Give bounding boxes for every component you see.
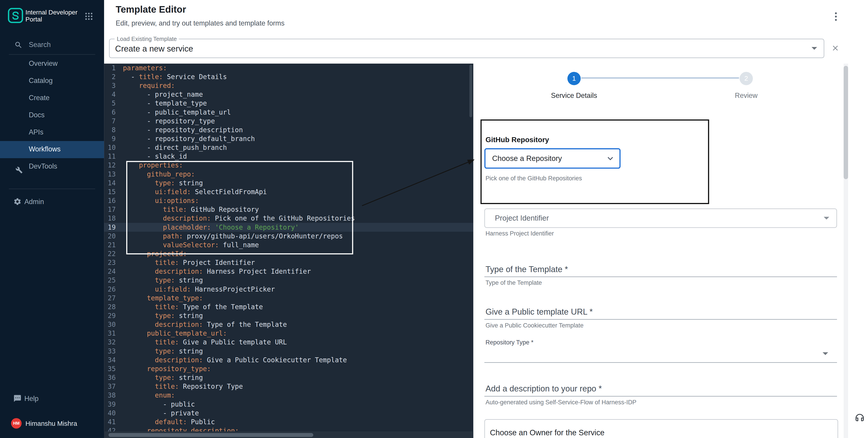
project-identifier-select[interactable]: Project Identifier <box>485 209 837 228</box>
chevron-down-icon <box>606 154 615 165</box>
code-line[interactable]: 4 - project_name <box>104 90 473 99</box>
code-line[interactable]: 37 title: Repository Type <box>104 382 473 391</box>
page-scrollbar-thumb[interactable] <box>844 66 848 179</box>
input-underline <box>485 277 837 277</box>
code-line[interactable]: 5 - template_type <box>104 99 473 108</box>
code-editor[interactable]: 1parameters:2 - title: Service Details3 … <box>104 64 473 438</box>
sidebar-item-create[interactable]: Create <box>0 90 104 107</box>
code-line[interactable]: 25 type: string <box>104 276 473 285</box>
code-line[interactable]: 24 description: Harness Project Identifi… <box>104 267 473 276</box>
line-number: 30 <box>104 320 116 329</box>
line-number: 36 <box>104 373 116 382</box>
template-type-input[interactable]: Type of the Template * <box>485 262 837 277</box>
apps-grid-icon[interactable] <box>85 12 93 23</box>
step-1-label: Service Details <box>538 92 610 99</box>
code-line[interactable]: 41 default: Public <box>104 417 473 426</box>
editor-horizontal-scrollbar[interactable] <box>104 432 473 438</box>
code-line[interactable]: 7 - repository_type <box>104 116 473 126</box>
clear-template-button[interactable] <box>831 44 840 55</box>
line-number: 13 <box>104 170 116 178</box>
code-line[interactable]: 21 valueSelector: full_name <box>104 240 473 249</box>
sidebar-item-apis[interactable]: APIs <box>0 124 104 141</box>
code-line[interactable]: 17 title: GitHub Repository <box>104 205 473 214</box>
repo-description-input[interactable]: Add a description to your repo * <box>485 381 837 396</box>
public-template-url-input[interactable]: Give a Public template URL * <box>485 305 837 319</box>
code-line[interactable]: 10 - direct_push_branch <box>104 143 473 152</box>
code-line[interactable]: 39 - public <box>104 400 473 409</box>
line-number: 38 <box>104 391 116 400</box>
repository-type-select[interactable]: Repository Type * <box>485 337 837 363</box>
sidebar-item-label: Create <box>29 94 50 102</box>
code-line[interactable]: 33 type: string <box>104 347 473 356</box>
code-line[interactable]: 29 type: string <box>104 311 473 320</box>
code-line[interactable]: 30 description: Type of the Template <box>104 320 473 329</box>
code-line[interactable]: 8 - repositoty_description <box>104 126 473 134</box>
line-number: 22 <box>104 249 116 258</box>
input-underline <box>485 319 837 319</box>
line-number: 3 <box>104 81 116 90</box>
code-line[interactable]: 31 public_template_url: <box>104 329 473 338</box>
step-2-label: Review <box>727 92 766 99</box>
code-line[interactable]: 19 placeholder: 'Choose a Repository' <box>104 223 473 232</box>
load-template-select[interactable]: Load Existing Template Create a new serv… <box>109 39 824 58</box>
line-number: 12 <box>104 161 116 170</box>
code-line[interactable]: 3 required: <box>104 81 473 90</box>
code-line[interactable]: 6 - public_template_url <box>104 108 473 116</box>
github-repo-select[interactable]: Choose a Repository <box>485 148 621 169</box>
line-number: 20 <box>104 232 116 240</box>
editor-vertical-scrollbar[interactable] <box>469 65 472 117</box>
code-line[interactable]: 23 title: Project Identifier <box>104 258 473 267</box>
code-line[interactable]: 26 ui:field: HarnessProjectPicker <box>104 285 473 294</box>
kebab-menu-button[interactable] <box>831 11 840 24</box>
sidebar-item-admin[interactable]: Admin <box>0 194 104 210</box>
project-identifier-helper: Harness Project Identifier <box>486 230 554 237</box>
code-line[interactable]: 27 template_type: <box>104 294 473 302</box>
code-line[interactable]: 11 - slack_id <box>104 152 473 161</box>
code-line[interactable]: 1parameters: <box>104 64 473 72</box>
code-line[interactable]: 34 description: Give a Public Cookiecutt… <box>104 356 473 364</box>
code-line[interactable]: 15 ui:field: SelectFieldFromApi <box>104 188 473 196</box>
code-line[interactable]: 9 - repository_default_branch <box>104 134 473 143</box>
harness-idp-logo-icon <box>8 8 23 25</box>
line-number: 11 <box>104 152 116 161</box>
sidebar-item-workflows[interactable]: Workflows <box>0 141 104 158</box>
code-line[interactable]: 38 enum: <box>104 391 473 400</box>
line-number: 6 <box>104 108 116 116</box>
page-scrollbar[interactable] <box>844 64 848 438</box>
dropdown-caret-icon <box>811 47 817 50</box>
code-line[interactable]: 28 title: Type of the Template <box>104 303 473 311</box>
code-line[interactable]: 16 ui:options: <box>104 196 473 205</box>
github-repo-select-value: Choose a Repository <box>492 149 562 168</box>
code-line[interactable]: 40 - private <box>104 409 473 417</box>
code-line[interactable]: 12 properties: <box>104 161 473 170</box>
support-headset-icon[interactable] <box>854 412 865 425</box>
sidebar-item-devtools[interactable]: DevTools <box>0 158 104 175</box>
sidebar-user[interactable]: HM Himanshu Mishra <box>0 415 104 432</box>
line-number: 33 <box>104 347 116 356</box>
sidebar-item-docs[interactable]: Docs <box>0 107 104 124</box>
sidebar-item-help[interactable]: Help <box>0 391 104 407</box>
code-line[interactable]: 35 repository_type: <box>104 365 473 373</box>
editor-hscroll-thumb[interactable] <box>108 433 313 437</box>
code-line[interactable]: 2 - title: Service Details <box>104 72 473 81</box>
close-icon <box>831 44 840 53</box>
code-line[interactable]: 36 type: string <box>104 373 473 382</box>
github-repo-helper: Pick one of the GitHub Repositories <box>486 175 582 181</box>
line-number: 29 <box>104 311 116 320</box>
code-line[interactable]: 22 projectId: <box>104 249 473 258</box>
line-number: 26 <box>104 285 116 294</box>
line-number: 32 <box>104 338 116 347</box>
sidebar-item-overview[interactable]: Overview <box>0 55 104 72</box>
code-line[interactable]: 18 description: Pick one of the GitHub R… <box>104 214 473 223</box>
sidebar-search[interactable]: Search <box>0 39 104 52</box>
sidebar-item-label: APIs <box>29 128 43 136</box>
line-number: 9 <box>104 134 116 143</box>
code-line[interactable]: 13 github_repo: <box>104 170 473 178</box>
code-line[interactable]: 14 type: string <box>104 178 473 188</box>
repo-description-helper: Auto-generated using Self-Service-Flow o… <box>486 399 637 405</box>
sidebar-item-catalog[interactable]: Catalog <box>0 72 104 90</box>
code-line[interactable]: 32 title: Give a Public template URL <box>104 338 473 347</box>
code-line[interactable]: 20 path: proxy/github-api/users/OrkoHunt… <box>104 232 473 240</box>
wrench-icon <box>16 163 23 180</box>
user-name: Himanshu Mishra <box>26 420 78 427</box>
